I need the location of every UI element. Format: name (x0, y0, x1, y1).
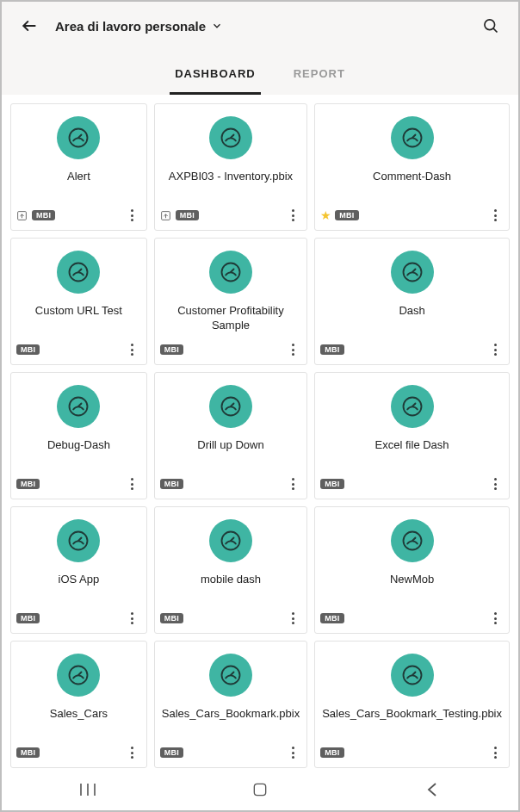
tab-report[interactable]: REPORT (288, 67, 350, 95)
nav-home-button[interactable] (234, 777, 286, 803)
card-footer: MBI (16, 743, 141, 762)
card-more-button[interactable] (284, 206, 301, 225)
header-area: Area di lavoro personale DASHBOARD REPOR… (2, 2, 518, 95)
dashboard-gauge-icon (57, 385, 100, 428)
back-arrow-icon (21, 17, 38, 34)
card-more-button[interactable] (486, 340, 504, 359)
tab-bar: DASHBOARD REPORT (2, 50, 518, 95)
card-more-button[interactable] (124, 206, 141, 225)
card-title: Sales_Cars_Bookmark.pbix (155, 707, 306, 722)
card-title: Drill up Down (190, 438, 270, 453)
card-title: Custom URL Test (28, 304, 129, 319)
card-footer: MBI (160, 743, 301, 762)
mbi-badge: MBI (16, 479, 40, 489)
nav-back-button[interactable] (406, 777, 458, 803)
dashboard-card[interactable]: mobile dash MBI (154, 506, 307, 634)
dashboard-gauge-icon (209, 251, 252, 294)
mbi-badge: MBI (160, 613, 183, 623)
dashboard-card[interactable]: AXPBI03 - Inventory.pbix MBI (154, 103, 307, 231)
card-footer: MBI (160, 474, 301, 493)
dashboard-card[interactable]: NewMob MBI (314, 506, 510, 634)
card-more-button[interactable] (486, 743, 504, 762)
workspace-dropdown[interactable]: Area di lavoro personale (55, 19, 223, 34)
svg-line-28 (231, 538, 234, 542)
card-more-button[interactable] (284, 743, 301, 762)
card-footer: MBI (320, 743, 504, 762)
dashboard-card[interactable]: Dash MBI (314, 238, 510, 365)
dashboard-card[interactable]: Sales_Cars_Bookmark.pbix MBI (154, 641, 307, 768)
dashboard-card[interactable]: Excel file Dash MBI (314, 372, 510, 499)
mbi-badge: MBI (16, 613, 40, 623)
card-title: Debug-Dash (40, 438, 117, 453)
card-more-button[interactable] (284, 474, 301, 493)
back-button[interactable] (17, 14, 41, 38)
dashboard-card[interactable]: Alert MBI (10, 103, 147, 231)
card-title: NewMob (383, 573, 441, 587)
card-footer: MBI (16, 340, 141, 359)
dashboard-grid: Alert MBI AXPBI03 - Inventory.pbix MBI C… (2, 95, 518, 770)
dashboard-card[interactable]: Custom URL Test MBI (10, 238, 147, 365)
search-button[interactable] (479, 14, 503, 38)
svg-line-8 (231, 135, 234, 139)
svg-line-36 (412, 673, 416, 676)
share-icon (16, 209, 28, 221)
card-footer: MBI (160, 206, 301, 225)
svg-line-12 (412, 135, 416, 139)
dashboard-card[interactable]: Sales_Cars_Bookmark_Testing.pbix MBI (314, 641, 510, 768)
dashboard-card[interactable]: Customer Profitability Sample MBI (154, 238, 307, 365)
nav-recent-button[interactable] (62, 777, 114, 803)
card-more-button[interactable] (486, 474, 504, 493)
mbi-badge: MBI (320, 344, 344, 355)
mbi-badge: MBI (160, 747, 183, 758)
card-more-button[interactable] (124, 474, 141, 493)
dashboard-gauge-icon (209, 519, 252, 562)
card-footer: MBI (320, 340, 504, 359)
mbi-badge: MBI (320, 613, 344, 623)
card-title: Sales_Cars (43, 707, 115, 722)
svg-line-22 (231, 404, 234, 407)
card-title: mobile dash (194, 573, 268, 587)
svg-line-16 (231, 270, 234, 273)
dashboard-gauge-icon (391, 251, 434, 294)
svg-line-2 (493, 28, 498, 33)
card-more-button[interactable] (284, 340, 301, 359)
card-title: iOS App (52, 573, 107, 587)
search-icon (482, 17, 499, 34)
card-footer: MBI (160, 609, 301, 628)
dashboard-card[interactable]: Drill up Down MBI (154, 372, 307, 499)
card-title: Excel file Dash (368, 438, 456, 453)
dashboard-card[interactable]: Sales_Cars MBI (10, 641, 147, 768)
dashboard-gauge-icon (57, 519, 100, 562)
dashboard-card[interactable]: iOS App MBI (10, 506, 147, 634)
svg-line-24 (412, 404, 416, 407)
card-more-button[interactable] (124, 609, 141, 628)
card-footer: MBI (320, 609, 504, 628)
mbi-badge: MBI (16, 344, 40, 355)
card-more-button[interactable] (124, 743, 141, 762)
dashboard-card[interactable]: Comment-Dash ★MBI (314, 103, 510, 231)
card-more-button[interactable] (124, 340, 141, 359)
tab-dashboard[interactable]: DASHBOARD (170, 67, 261, 95)
mbi-badge: MBI (320, 747, 344, 758)
svg-point-1 (485, 20, 495, 30)
card-title: Dash (392, 304, 431, 319)
dashboard-gauge-icon (209, 385, 252, 428)
mbi-badge: MBI (320, 479, 344, 489)
svg-rect-40 (254, 784, 265, 795)
card-footer: MBI (320, 474, 504, 493)
card-title: Sales_Cars_Bookmark_Testing.pbix (315, 707, 509, 722)
card-footer: MBI (16, 474, 141, 493)
chevron-down-icon (211, 20, 223, 32)
dashboard-gauge-icon (209, 654, 252, 697)
card-more-button[interactable] (486, 609, 504, 628)
nav-back-icon (426, 782, 438, 797)
dashboard-card[interactable]: Debug-Dash MBI (10, 372, 147, 499)
card-title: AXPBI03 - Inventory.pbix (162, 170, 300, 184)
top-bar: Area di lavoro personale (2, 2, 518, 50)
card-more-button[interactable] (486, 206, 504, 225)
mbi-badge: MBI (160, 479, 183, 489)
svg-line-30 (412, 538, 416, 542)
card-footer: MBI (16, 609, 141, 628)
card-more-button[interactable] (284, 609, 301, 628)
card-footer: MBI (16, 206, 141, 225)
